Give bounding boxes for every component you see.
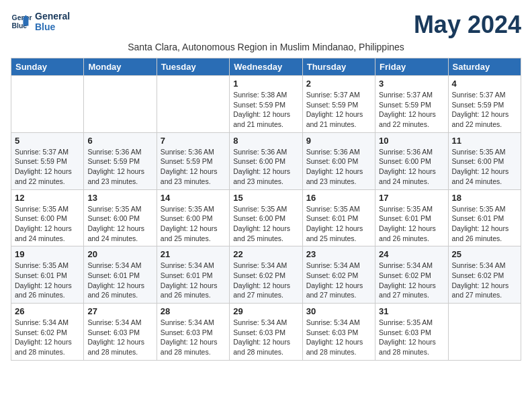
calendar-cell: 28Sunrise: 5:34 AM Sunset: 6:03 PM Dayli… xyxy=(157,304,229,361)
calendar-header-row: SundayMondayTuesdayWednesdayThursdayFrid… xyxy=(11,58,521,76)
day-number: 14 xyxy=(161,193,226,203)
calendar-cell: 25Sunrise: 5:34 AM Sunset: 6:02 PM Dayli… xyxy=(448,246,521,304)
day-info: Sunrise: 5:35 AM Sunset: 6:00 PM Dayligh… xyxy=(15,204,80,244)
calendar-cell: 18Sunrise: 5:35 AM Sunset: 6:01 PM Dayli… xyxy=(448,189,521,246)
subtitle: Santa Clara, Autonomous Region in Muslim… xyxy=(11,42,521,52)
calendar-cell: 31Sunrise: 5:35 AM Sunset: 6:03 PM Dayli… xyxy=(375,304,448,361)
day-info: Sunrise: 5:34 AM Sunset: 6:03 PM Dayligh… xyxy=(87,318,152,357)
day-info: Sunrise: 5:36 AM Sunset: 5:59 PM Dayligh… xyxy=(87,147,152,187)
calendar-week-row: 26Sunrise: 5:34 AM Sunset: 6:02 PM Dayli… xyxy=(11,304,521,361)
day-info: Sunrise: 5:34 AM Sunset: 6:03 PM Dayligh… xyxy=(306,318,371,357)
calendar-cell: 21Sunrise: 5:34 AM Sunset: 6:01 PM Dayli… xyxy=(157,246,229,304)
calendar-cell: 10Sunrise: 5:36 AM Sunset: 6:00 PM Dayli… xyxy=(375,132,448,189)
calendar-cell: 27Sunrise: 5:34 AM Sunset: 6:03 PM Dayli… xyxy=(84,304,157,361)
page: General Blue General Blue May 2024 Santa… xyxy=(0,0,532,371)
logo: General Blue General Blue xyxy=(11,11,70,32)
day-info: Sunrise: 5:34 AM Sunset: 6:01 PM Dayligh… xyxy=(161,261,226,300)
calendar-cell: 16Sunrise: 5:35 AM Sunset: 6:01 PM Dayli… xyxy=(302,189,375,246)
day-info: Sunrise: 5:36 AM Sunset: 6:00 PM Dayligh… xyxy=(306,147,371,187)
logo-line2: Blue xyxy=(35,21,70,32)
calendar-cell: 23Sunrise: 5:34 AM Sunset: 6:02 PM Dayli… xyxy=(302,246,375,304)
header: General Blue General Blue May 2024 xyxy=(11,11,521,39)
calendar-cell: 30Sunrise: 5:34 AM Sunset: 6:03 PM Dayli… xyxy=(302,304,375,361)
calendar-cell: 6Sunrise: 5:36 AM Sunset: 5:59 PM Daylig… xyxy=(84,132,157,189)
day-number: 11 xyxy=(452,136,517,146)
day-number: 10 xyxy=(379,136,444,146)
calendar-cell xyxy=(11,76,84,133)
calendar-cell: 9Sunrise: 5:36 AM Sunset: 6:00 PM Daylig… xyxy=(302,132,375,189)
day-info: Sunrise: 5:36 AM Sunset: 5:59 PM Dayligh… xyxy=(161,147,226,187)
day-info: Sunrise: 5:35 AM Sunset: 6:00 PM Dayligh… xyxy=(161,204,226,244)
calendar-cell: 11Sunrise: 5:35 AM Sunset: 6:00 PM Dayli… xyxy=(448,132,521,189)
day-info: Sunrise: 5:35 AM Sunset: 6:01 PM Dayligh… xyxy=(306,204,371,244)
calendar-cell: 24Sunrise: 5:34 AM Sunset: 6:02 PM Dayli… xyxy=(375,246,448,304)
day-info: Sunrise: 5:34 AM Sunset: 6:03 PM Dayligh… xyxy=(233,318,298,357)
calendar-cell: 19Sunrise: 5:35 AM Sunset: 6:01 PM Dayli… xyxy=(11,246,84,304)
day-number: 25 xyxy=(452,249,517,259)
calendar-cell: 17Sunrise: 5:35 AM Sunset: 6:01 PM Dayli… xyxy=(375,189,448,246)
day-of-week-header: Wednesday xyxy=(230,58,302,76)
day-of-week-header: Monday xyxy=(84,58,157,76)
day-number: 12 xyxy=(15,193,80,203)
calendar-cell: 15Sunrise: 5:35 AM Sunset: 6:00 PM Dayli… xyxy=(230,189,302,246)
calendar-cell: 22Sunrise: 5:34 AM Sunset: 6:02 PM Dayli… xyxy=(230,246,302,304)
day-number: 20 xyxy=(87,249,152,259)
day-info: Sunrise: 5:37 AM Sunset: 5:59 PM Dayligh… xyxy=(379,90,444,130)
calendar-cell: 1Sunrise: 5:38 AM Sunset: 5:59 PM Daylig… xyxy=(230,76,302,133)
day-info: Sunrise: 5:35 AM Sunset: 6:03 PM Dayligh… xyxy=(379,318,444,357)
day-info: Sunrise: 5:35 AM Sunset: 6:00 PM Dayligh… xyxy=(452,147,517,187)
day-info: Sunrise: 5:36 AM Sunset: 6:00 PM Dayligh… xyxy=(379,147,444,187)
logo-icon: General Blue xyxy=(11,11,32,32)
day-info: Sunrise: 5:34 AM Sunset: 6:02 PM Dayligh… xyxy=(379,261,444,300)
day-number: 1 xyxy=(233,79,298,89)
calendar-cell: 4Sunrise: 5:37 AM Sunset: 5:59 PM Daylig… xyxy=(448,76,521,133)
day-number: 19 xyxy=(15,249,80,259)
day-of-week-header: Sunday xyxy=(11,58,84,76)
day-info: Sunrise: 5:35 AM Sunset: 6:01 PM Dayligh… xyxy=(379,204,444,244)
logo-line1: General xyxy=(35,11,70,21)
calendar-cell xyxy=(84,76,157,133)
day-of-week-header: Saturday xyxy=(448,58,521,76)
day-info: Sunrise: 5:34 AM Sunset: 6:02 PM Dayligh… xyxy=(306,261,371,300)
day-number: 13 xyxy=(87,193,152,203)
day-of-week-header: Friday xyxy=(375,58,448,76)
day-number: 22 xyxy=(233,249,298,259)
day-number: 29 xyxy=(233,306,298,316)
day-number: 26 xyxy=(15,306,80,316)
day-info: Sunrise: 5:34 AM Sunset: 6:03 PM Dayligh… xyxy=(161,318,226,357)
day-info: Sunrise: 5:35 AM Sunset: 6:00 PM Dayligh… xyxy=(87,204,152,244)
calendar-week-row: 19Sunrise: 5:35 AM Sunset: 6:01 PM Dayli… xyxy=(11,246,521,304)
calendar-cell: 14Sunrise: 5:35 AM Sunset: 6:00 PM Dayli… xyxy=(157,189,229,246)
month-title: May 2024 xyxy=(414,11,521,39)
calendar-week-row: 1Sunrise: 5:38 AM Sunset: 5:59 PM Daylig… xyxy=(11,76,521,133)
day-info: Sunrise: 5:35 AM Sunset: 6:01 PM Dayligh… xyxy=(15,261,80,300)
calendar-cell: 2Sunrise: 5:37 AM Sunset: 5:59 PM Daylig… xyxy=(302,76,375,133)
day-info: Sunrise: 5:35 AM Sunset: 6:00 PM Dayligh… xyxy=(233,204,298,244)
day-number: 2 xyxy=(306,79,371,89)
calendar-cell: 20Sunrise: 5:34 AM Sunset: 6:01 PM Dayli… xyxy=(84,246,157,304)
day-info: Sunrise: 5:38 AM Sunset: 5:59 PM Dayligh… xyxy=(233,90,298,130)
calendar-cell: 8Sunrise: 5:36 AM Sunset: 6:00 PM Daylig… xyxy=(230,132,302,189)
day-number: 7 xyxy=(161,136,226,146)
day-info: Sunrise: 5:34 AM Sunset: 6:02 PM Dayligh… xyxy=(15,318,80,357)
calendar-cell: 26Sunrise: 5:34 AM Sunset: 6:02 PM Dayli… xyxy=(11,304,84,361)
calendar-cell: 13Sunrise: 5:35 AM Sunset: 6:00 PM Dayli… xyxy=(84,189,157,246)
day-info: Sunrise: 5:37 AM Sunset: 5:59 PM Dayligh… xyxy=(452,90,517,130)
day-number: 5 xyxy=(15,136,80,146)
calendar-week-row: 5Sunrise: 5:37 AM Sunset: 5:59 PM Daylig… xyxy=(11,132,521,189)
day-info: Sunrise: 5:34 AM Sunset: 6:01 PM Dayligh… xyxy=(87,261,152,300)
day-info: Sunrise: 5:37 AM Sunset: 5:59 PM Dayligh… xyxy=(15,147,80,187)
calendar-cell xyxy=(448,304,521,361)
day-number: 6 xyxy=(87,136,152,146)
day-of-week-header: Thursday xyxy=(302,58,375,76)
day-number: 17 xyxy=(379,193,444,203)
day-number: 9 xyxy=(306,136,371,146)
day-number: 23 xyxy=(306,249,371,259)
day-number: 16 xyxy=(306,193,371,203)
day-number: 15 xyxy=(233,193,298,203)
calendar-cell: 29Sunrise: 5:34 AM Sunset: 6:03 PM Dayli… xyxy=(230,304,302,361)
svg-text:General: General xyxy=(12,14,32,21)
day-info: Sunrise: 5:37 AM Sunset: 5:59 PM Dayligh… xyxy=(306,90,371,130)
day-info: Sunrise: 5:34 AM Sunset: 6:02 PM Dayligh… xyxy=(452,261,517,300)
day-of-week-header: Tuesday xyxy=(157,58,229,76)
